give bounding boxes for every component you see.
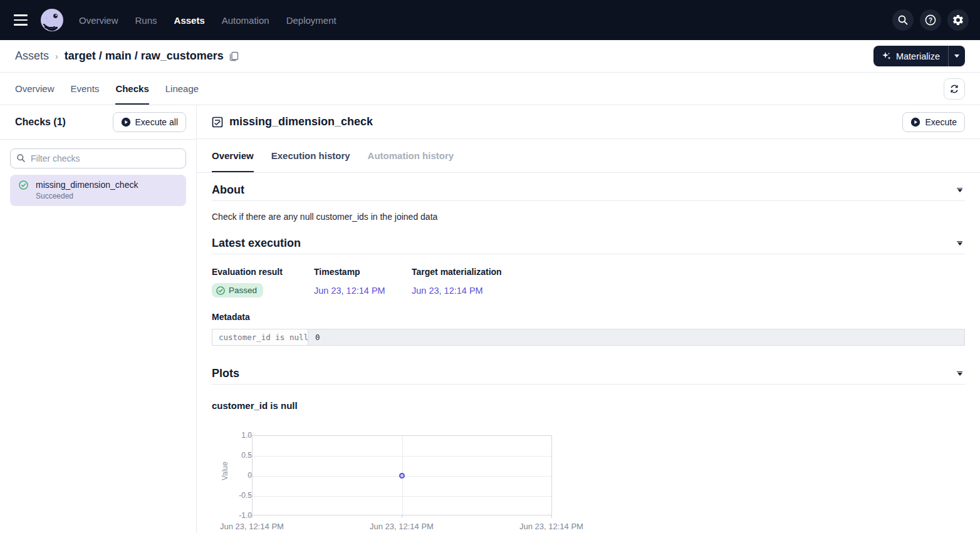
search-button[interactable] [892,9,914,31]
tab-events[interactable]: Events [71,73,100,105]
check-detail-title: missing_dimension_check [229,115,373,128]
sparkle-icon [882,51,892,61]
collapse-latest-icon[interactable] [954,239,965,249]
asset-tab-bar: Overview Events Checks Lineage [0,73,980,105]
timestamp-link[interactable]: Jun 23, 12:14 PM [314,286,385,296]
nav-runs[interactable]: Runs [135,15,157,26]
tab-automation-history[interactable]: Automation history [368,139,454,172]
materialize-button[interactable]: Materialize [873,46,948,66]
menu-icon[interactable] [14,11,31,29]
materialize-dropdown-button[interactable] [948,46,965,66]
refresh-button[interactable] [944,78,965,100]
data-point [399,473,405,479]
settings-icon [952,14,964,26]
latest-execution-heading: Latest execution [212,237,301,250]
nav-assets[interactable]: Assets [174,15,205,26]
top-nav-bar: Overview Runs Assets Automation Deployme… [0,0,980,40]
execute-all-button[interactable]: Execute all [113,112,186,132]
tab-check-overview[interactable]: Overview [212,139,254,172]
check-description: Check if there are any null customer_ids… [212,212,965,222]
breadcrumb-bar: Assets › target / main / raw_customers M… [0,40,980,73]
collapse-plots-icon[interactable] [954,369,965,379]
tab-overview[interactable]: Overview [15,73,55,105]
check-list-item[interactable]: missing_dimension_check Succeeded [10,175,186,206]
about-heading: About [212,184,244,197]
tab-execution-history[interactable]: Execution history [271,139,350,172]
metadata-key: customer_id is null [212,329,308,345]
settings-button[interactable] [947,9,969,31]
collapse-about-icon[interactable] [954,185,965,195]
plots-heading: Plots [212,367,239,380]
copy-icon [229,51,239,61]
check-detail-panel: missing_dimension_check Execute Overview… [197,105,980,533]
y-tick: 0.5 [227,451,252,460]
refresh-icon [949,84,959,94]
metadata-table: customer_id is null 0 [212,329,965,346]
primary-nav: Overview Runs Assets Automation Deployme… [79,15,336,26]
target-materialization-header: Target materialization [412,267,965,277]
nav-automation[interactable]: Automation [222,15,269,26]
check-document-icon [212,116,223,128]
svg-text:?: ? [929,17,932,24]
search-icon [897,14,909,26]
y-tick: 0 [227,471,252,480]
materialize-split-button: Materialize [873,46,965,66]
tab-lineage[interactable]: Lineage [165,73,199,105]
metadata-value: 0 [308,329,964,345]
evaluation-result-header: Evaluation result [212,267,314,277]
check-status: Succeeded [36,192,179,200]
metadata-heading: Metadata [212,312,965,322]
passed-badge: Passed [212,283,263,298]
copy-button[interactable] [229,51,239,61]
target-materialization-link[interactable]: Jun 23, 12:14 PM [412,286,483,296]
execute-button[interactable]: Execute [902,112,965,132]
nav-deployment[interactable]: Deployment [286,15,336,26]
nav-overview[interactable]: Overview [79,15,118,26]
y-tick: -1.0 [227,511,252,520]
timestamp-header: Timestamp [314,267,412,277]
materialize-label: Materialize [896,51,940,61]
play-icon [910,117,920,127]
x-tick: Jun 23, 12:14 PM [358,522,446,531]
chevron-down-icon [954,54,959,58]
dagster-logo[interactable] [40,8,64,32]
check-detail-tab-bar: Overview Execution history Automation hi… [197,139,980,173]
plot-title: customer_id is null [212,400,965,411]
check-circle-icon [216,286,225,295]
help-button[interactable]: ? [920,9,941,31]
checks-sidebar: Checks (1) Execute all missing_dimension… [0,105,197,533]
x-tick: Jun 23, 12:14 PM [508,522,595,531]
breadcrumb-assets-link[interactable]: Assets [15,49,49,63]
play-icon [121,117,131,127]
breadcrumb-separator: › [55,51,58,61]
filter-checks-input[interactable] [10,148,186,168]
asset-key-path: target / main / raw_customers [65,49,224,63]
tab-checks[interactable]: Checks [115,73,149,105]
check-circle-icon [19,180,28,190]
metadata-plot: Value 1.0 0.5 0 -0.5 -1.0 [212,430,594,533]
search-icon [16,153,26,163]
checks-count-title: Checks (1) [15,116,66,128]
check-name: missing_dimension_check [36,180,138,190]
y-tick: 1.0 [227,431,252,440]
y-tick: -0.5 [227,491,252,500]
x-tick: Jun 23, 12:14 PM [208,522,296,531]
help-icon: ? [924,14,937,26]
